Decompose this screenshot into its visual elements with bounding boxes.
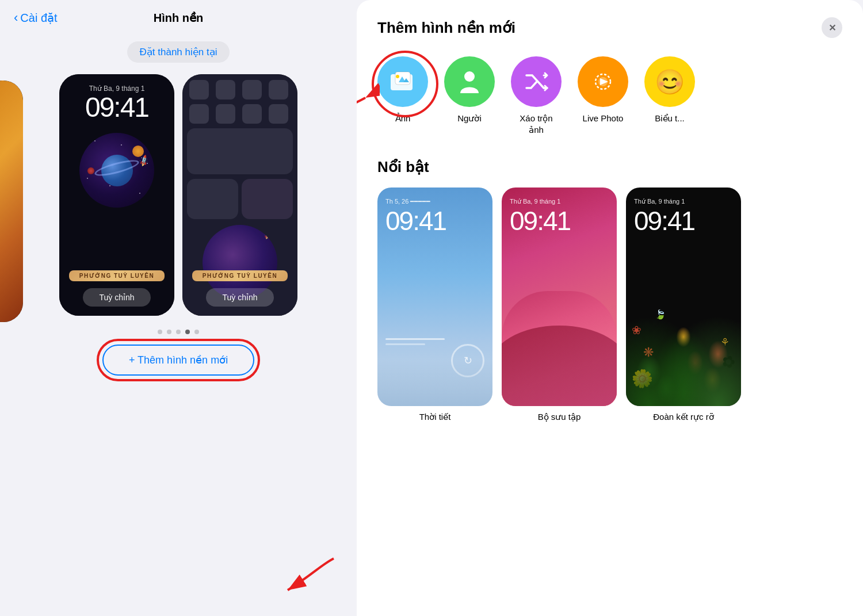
category-bieu-tuong[interactable]: 😊 Biểu t... xyxy=(644,56,695,124)
wp-item-thoi-tiet[interactable]: Th 5, 26 ━━━━━ 09:41 ↻ Thời tiết xyxy=(377,188,492,422)
nguoi-icon-circle xyxy=(444,56,495,107)
category-live-photo[interactable]: Live Photo xyxy=(578,56,628,124)
wp-preview-unity: Thứ Ba, 9 tháng 1 09:41 🌼 ❋ ✿ ❀ ⚘ 🍃 xyxy=(626,188,741,406)
app-grid xyxy=(187,80,293,124)
weather-time: 09:41 xyxy=(385,208,446,234)
live-photo-label: Live Photo xyxy=(583,113,624,124)
dot-3 xyxy=(176,330,181,334)
category-row: Ảnh Người Xáo trộnảnh xyxy=(377,56,842,135)
home-screen-card[interactable]: 🚀 PHƯỚNG TUỲ LUYÊN Tuỳ chỉnh xyxy=(182,74,297,316)
back-chevron-icon: ‹ xyxy=(14,10,18,25)
right-panel: Thêm hình nền mới ✕ Ảnh xyxy=(357,0,863,616)
planet-illustration: 🚀 xyxy=(79,133,154,208)
wp-preview-thoi-tiet: Th 5, 26 ━━━━━ 09:41 ↻ xyxy=(377,188,492,406)
xao-tron-label: Xáo trộnảnh xyxy=(520,113,552,135)
dot-4-active xyxy=(185,330,190,334)
xao-tron-icon-circle xyxy=(511,56,562,107)
wp-item-bo-suu-tap[interactable]: Thứ Ba, 9 tháng 1 09:41 Bộ sưu tập xyxy=(502,188,617,422)
arrow-annotation-left xyxy=(276,553,345,599)
arrow-annotation-right xyxy=(357,81,380,150)
name-banner-left: PHƯỚNG TUỲ LUYÊN xyxy=(69,270,165,281)
modal-title: Thêm hình nền mới xyxy=(377,19,515,37)
wp-preview-bo-suu-tap: Thứ Ba, 9 tháng 1 09:41 xyxy=(502,188,617,406)
modal-header: Thêm hình nền mới ✕ xyxy=(377,17,842,38)
lock-time: 09:41 xyxy=(85,94,148,121)
category-xao-tron[interactable]: Xáo trộnảnh xyxy=(511,56,562,135)
nguoi-label: Người xyxy=(457,113,482,124)
add-wallpaper-container: + Thêm hình nền mới xyxy=(102,345,254,376)
back-button[interactable]: ‹ Cài đặt xyxy=(14,10,58,25)
category-nguoi[interactable]: Người xyxy=(444,56,495,124)
collection-time: 09:41 xyxy=(510,208,570,234)
customize-button-right[interactable]: Tuỳ chỉnh xyxy=(206,288,273,307)
preview-row: Th 5, 26 ━━━━━ 09:41 ↻ Thời tiết xyxy=(377,188,842,422)
unity-label: Đoàn kết rực rỡ xyxy=(653,412,714,422)
close-button[interactable]: ✕ xyxy=(822,17,842,38)
wp-item-unity[interactable]: Thứ Ba, 9 tháng 1 09:41 🌼 ❋ ✿ ❀ ⚘ 🍃 Đoàn… xyxy=(626,188,741,422)
lock-screen-card[interactable]: Thứ Ba, 9 tháng 1 09:41 xyxy=(59,74,174,316)
bieu-tuong-icon-circle: 😊 xyxy=(644,56,695,107)
featured-heading: Nổi bật xyxy=(377,158,842,176)
live-photo-icon-circle xyxy=(578,56,628,107)
add-wallpaper-button[interactable]: + Thêm hình nền mới xyxy=(102,345,254,376)
anh-label: Ảnh xyxy=(395,113,411,124)
collection-label: Bộ sưu tập xyxy=(538,412,581,422)
unity-date: Thứ Ba, 9 tháng 1 xyxy=(634,198,685,205)
customize-button-left[interactable]: Tuỳ chỉnh xyxy=(83,288,150,307)
dot-5 xyxy=(194,330,199,334)
left-panel: ‹ Cài đặt Hình nền Đặt thành hiện tại Th… xyxy=(0,0,357,616)
anh-icon-circle xyxy=(377,56,428,107)
weather-date: Th 5, 26 ━━━━━ xyxy=(385,198,430,205)
set-current-button[interactable]: Đặt thành hiện tại xyxy=(127,41,230,63)
page-title: Hình nền xyxy=(154,11,203,25)
bieu-tuong-label: Biểu t... xyxy=(655,113,685,124)
nav-bar: ‹ Cài đặt Hình nền xyxy=(0,0,357,31)
dots-indicator xyxy=(158,330,199,334)
weather-label: Thời tiết xyxy=(419,412,451,422)
svg-point-7 xyxy=(464,71,475,82)
wallpaper-carousel: Thứ Ba, 9 tháng 1 09:41 xyxy=(17,74,339,316)
unity-time: 09:41 xyxy=(634,208,694,234)
dot-2 xyxy=(167,330,171,334)
collection-date: Thứ Ba, 9 tháng 1 xyxy=(510,198,560,205)
svg-point-6 xyxy=(396,75,399,78)
lock-date: Thứ Ba, 9 tháng 1 xyxy=(89,85,145,93)
back-label: Cài đặt xyxy=(20,11,57,25)
name-banner-right: PHƯỚNG TUỲ LUYÊN xyxy=(192,270,288,281)
dot-1 xyxy=(158,330,162,334)
category-anh[interactable]: Ảnh xyxy=(377,56,428,124)
